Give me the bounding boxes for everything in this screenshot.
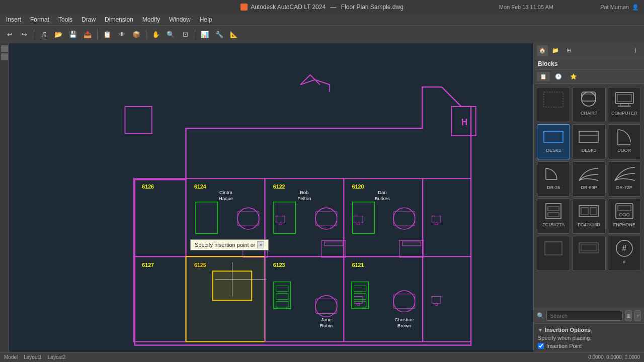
panel-expand-button[interactable]: ⟩ — [630, 45, 641, 56]
properties-button[interactable]: 🔧 — [213, 28, 226, 41]
block-item-dr72p[interactable]: DR-72P — [608, 161, 641, 197]
tab-current[interactable]: 📋 — [537, 72, 550, 81]
block-preview-item13 — [541, 238, 566, 258]
print-button[interactable]: 🖨 — [37, 28, 50, 41]
toolbar-separator-3 — [146, 30, 146, 40]
canvas-area[interactable]: H 6126 6124 Cintra Haque 6122 — [9, 43, 533, 352]
insertion-options-label: Insertion Options — [545, 327, 591, 333]
svg-point-95 — [626, 213, 629, 216]
block-tabs: 📋 🕐 ⭐ — [534, 70, 644, 84]
svg-text:6123: 6123 — [273, 262, 285, 268]
svg-text:Dan: Dan — [378, 190, 387, 195]
redo-button[interactable]: ↪ — [18, 28, 31, 41]
svg-text:6126: 6126 — [142, 184, 154, 190]
block-label-door: DOOR — [617, 148, 631, 153]
matchprop-button[interactable]: 📐 — [227, 28, 240, 41]
block-preview-item14 — [576, 238, 601, 258]
menu-format[interactable]: Format — [26, 15, 53, 24]
block-item-dr69p[interactable]: DR-69P — [572, 161, 605, 197]
tooltip-close-button[interactable]: × — [257, 241, 264, 248]
menu-draw[interactable]: Draw — [77, 15, 100, 24]
plot-button[interactable]: 📋 — [101, 28, 114, 41]
menubar: Insert Format Tools Draw Dimension Modif… — [0, 14, 644, 25]
block-preview-fc42x18d — [576, 201, 601, 221]
svg-rect-89 — [581, 208, 588, 215]
search-list-button[interactable]: ≡ — [634, 310, 641, 321]
pan-button[interactable]: ✋ — [149, 28, 163, 41]
svg-text:#: # — [622, 244, 626, 252]
status-model[interactable]: Model — [4, 354, 18, 360]
block-item-fnphone[interactable]: FNPHONE — [608, 199, 641, 234]
open-button[interactable]: 📂 — [52, 28, 65, 41]
svg-text:H: H — [461, 117, 468, 127]
svg-rect-40 — [134, 256, 186, 341]
block-item-chair7[interactable]: CHAIR7 — [572, 87, 605, 122]
tab-favorites[interactable]: ⭐ — [567, 72, 580, 81]
menu-dimension[interactable]: Dimension — [101, 15, 137, 24]
saveas-button[interactable]: 📤 — [81, 28, 94, 41]
undo-button[interactable]: ↩ — [3, 28, 16, 41]
block-preview-door — [612, 127, 637, 147]
status-layout1[interactable]: Layout1 — [24, 354, 42, 360]
panel-table-button[interactable]: ⊞ — [563, 45, 574, 56]
svg-rect-97 — [579, 243, 598, 253]
block-label-hash: # — [623, 259, 625, 265]
search-input[interactable] — [546, 311, 623, 321]
tab-recent[interactable]: 🕐 — [552, 72, 565, 81]
layer-button[interactable]: 📊 — [198, 28, 211, 41]
block-item-desk2[interactable]: DESK2 — [537, 124, 570, 159]
publish-button[interactable]: 📦 — [130, 28, 143, 41]
floor-plan-svg: H 6126 6124 Cintra Haque 6122 — [9, 43, 533, 352]
menu-help[interactable]: Help — [196, 15, 216, 24]
status-layout2[interactable]: Layout2 — [48, 354, 66, 360]
toolbar-separator-2 — [97, 30, 98, 40]
block-item-hash[interactable]: # # — [608, 236, 641, 271]
svg-text:Cintra: Cintra — [219, 190, 232, 195]
svg-text:6125: 6125 — [194, 262, 206, 268]
save-button[interactable]: 💾 — [66, 28, 79, 41]
svg-rect-87 — [548, 213, 559, 217]
menu-insert[interactable]: Insert — [2, 15, 25, 24]
toolbar-separator-1 — [34, 30, 34, 40]
account-icon[interactable]: 👤 — [632, 4, 639, 11]
block-item-computer[interactable]: COMPUTER — [608, 87, 641, 122]
block-item-fc42x18d[interactable]: FC42X18D — [572, 199, 605, 234]
svg-point-93 — [619, 213, 622, 216]
svg-rect-86 — [548, 207, 559, 211]
svg-rect-4 — [134, 178, 186, 256]
block-item-dr36[interactable]: DR-36 — [537, 161, 570, 197]
preview-button[interactable]: 👁 — [115, 28, 128, 41]
insertion-point-checkbox[interactable] — [538, 343, 544, 349]
block-label-chair7: CHAIR7 — [581, 111, 597, 116]
block-preview-hash: # — [612, 238, 637, 258]
svg-text:Jane: Jane — [321, 317, 332, 322]
svg-text:Haque: Haque — [219, 196, 233, 201]
block-item-item14[interactable] — [572, 236, 605, 271]
block-item-desk3[interactable]: DESK3 — [572, 124, 605, 159]
left-btn-2[interactable] — [1, 53, 8, 60]
block-preview-chair7 — [576, 89, 601, 110]
block-item-empty1[interactable] — [537, 87, 570, 122]
panel-home-button[interactable]: 🏠 — [537, 45, 548, 56]
block-item-door[interactable]: DOOR — [608, 124, 641, 159]
time-display: Mon Feb 13 11:05 AM — [499, 4, 553, 10]
menu-window[interactable]: Window — [165, 15, 195, 24]
left-btn-1[interactable] — [1, 45, 8, 52]
insertion-options-panel: ▼ Insertion Options Specify when placing… — [534, 323, 644, 352]
menu-modify[interactable]: Modify — [138, 15, 164, 24]
zoom-extents-button[interactable]: ⊡ — [179, 28, 192, 41]
block-preview-fnphone — [612, 201, 637, 221]
block-label-computer: COMPUTER — [611, 111, 637, 116]
svg-text:6120: 6120 — [352, 184, 364, 190]
panel-search: 🔍 ⊞ ≡ — [534, 308, 644, 323]
search-filter-button[interactable]: ⊞ — [625, 310, 632, 321]
menu-tools[interactable]: Tools — [54, 15, 76, 24]
svg-rect-98 — [581, 245, 596, 251]
block-label-dr69p: DR-69P — [581, 185, 597, 191]
panel-folder-button[interactable]: 📁 — [550, 45, 561, 56]
svg-rect-76 — [615, 93, 633, 104]
zoom-button[interactable]: 🔍 — [164, 28, 177, 41]
insertion-options-header[interactable]: ▼ Insertion Options — [538, 327, 640, 333]
block-item-item13[interactable] — [537, 236, 570, 271]
block-item-fc15x27a[interactable]: FC15X27A — [537, 199, 570, 234]
